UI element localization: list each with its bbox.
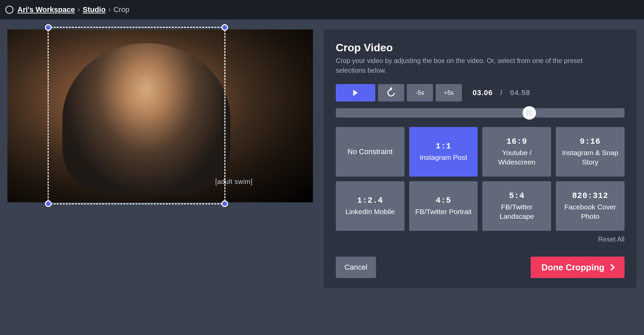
preset-label: Instagram & Snap Story: [558, 148, 622, 166]
preset-ratio: 4:5: [436, 196, 451, 205]
playback-controls: -5s +5s 03.06 / 04.58: [336, 84, 625, 102]
timecode: 03.06 / 04.58: [473, 88, 530, 97]
thumb-grip-icon: [527, 110, 531, 116]
preset-grid: No Constraint1:1Instagram Post16:9Youtub…: [336, 127, 625, 231]
reset-row: Reset All: [336, 236, 625, 243]
total-time: 04.58: [510, 88, 530, 97]
breadcrumb-separator: ›: [108, 5, 111, 14]
video-frame: [adult swim]: [7, 29, 313, 202]
preset-4-5[interactable]: 4:5FB/Twitter Portrait: [409, 181, 478, 231]
restart-button[interactable]: [378, 84, 404, 102]
panel-description: Crop your video by adjusting the box on …: [336, 56, 604, 75]
breadcrumb-workspace[interactable]: Ari's Workspace: [17, 5, 75, 14]
preset-1-2-4[interactable]: 1:2.4LinkedIn Mobile: [336, 181, 405, 231]
preset-label: FB/Twitter Landscape: [485, 202, 548, 221]
cancel-button[interactable]: Cancel: [336, 257, 376, 278]
preset-label: FB/Twitter Portrait: [415, 207, 472, 216]
preset-ratio: 820:312: [572, 191, 608, 200]
video-content: [62, 43, 230, 195]
action-row: Cancel Done Cropping: [336, 257, 625, 278]
progress-thumb[interactable]: [523, 106, 536, 120]
preset-9-16[interactable]: 9:16Instagram & Snap Story: [556, 127, 625, 177]
progress-bar[interactable]: [336, 108, 625, 118]
breadcrumb-separator: ›: [77, 5, 80, 14]
preset-1-1[interactable]: 1:1Instagram Post: [409, 127, 478, 177]
preset-ratio: 9:16: [580, 137, 601, 146]
done-cropping-button[interactable]: Done Cropping: [531, 257, 625, 278]
top-bar: Ari's Workspace › Studio › Crop: [0, 0, 644, 19]
done-label: Done Cropping: [541, 262, 604, 273]
preset-820-312[interactable]: 820:312Facebook Cover Photo: [556, 181, 625, 231]
breadcrumb-studio[interactable]: Studio: [83, 5, 105, 14]
rewind-icon: [386, 87, 396, 98]
breadcrumb: Ari's Workspace › Studio › Crop: [5, 5, 129, 14]
time-divider: /: [500, 88, 502, 97]
preset-no-constraint[interactable]: No Constraint: [336, 127, 405, 177]
breadcrumb-current: Crop: [113, 5, 129, 14]
video-watermark: [adult swim]: [215, 178, 253, 186]
play-button[interactable]: [336, 84, 375, 102]
preset-label: LinkedIn Mobile: [345, 207, 395, 216]
reset-all-link[interactable]: Reset All: [598, 236, 625, 243]
current-time: 03.06: [473, 88, 493, 97]
forward-5s-button[interactable]: +5s: [436, 84, 462, 102]
preset-5-4[interactable]: 5:4FB/Twitter Landscape: [482, 181, 551, 231]
logo-icon: [5, 6, 13, 14]
preset-label: Youtube / Widescreen: [485, 148, 548, 166]
preset-label: No Constraint: [347, 147, 393, 157]
chevron-right-icon: [608, 264, 615, 271]
preset-16-9[interactable]: 16:9Youtube / Widescreen: [482, 127, 551, 177]
video-preview[interactable]: [adult swim]: [7, 29, 313, 202]
play-icon: [353, 90, 358, 96]
preset-ratio: 1:2.4: [357, 196, 383, 205]
preset-ratio: 5:4: [509, 191, 525, 200]
preset-label: Instagram Post: [420, 153, 467, 162]
back-5s-button[interactable]: -5s: [407, 84, 433, 102]
content-area: [adult swim] Crop Video Crop your video …: [0, 19, 644, 298]
panel-title: Crop Video: [336, 42, 625, 54]
preset-ratio: 1:1: [436, 142, 451, 151]
preset-label: Facebook Cover Photo: [558, 202, 622, 221]
preset-ratio: 16:9: [506, 137, 527, 146]
crop-panel: Crop Video Crop your video by adjusting …: [324, 29, 637, 288]
